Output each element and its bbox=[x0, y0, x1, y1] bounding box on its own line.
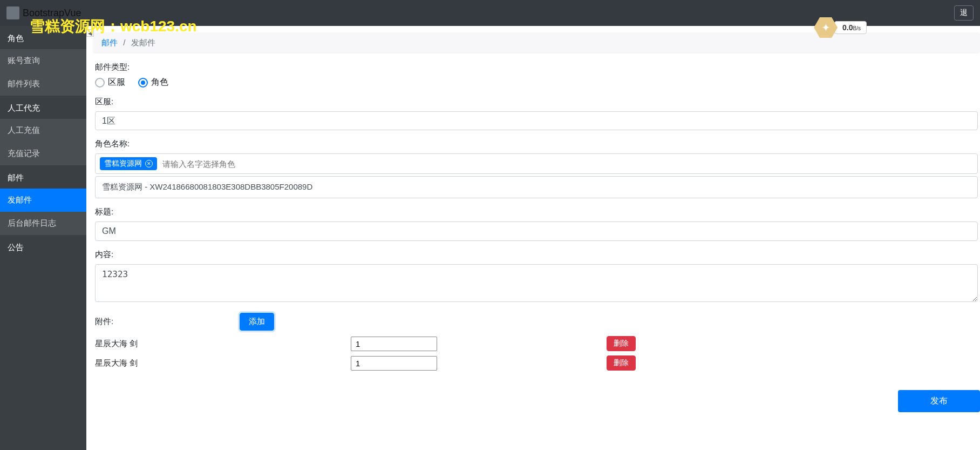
add-attachment-button[interactable]: 添加 bbox=[240, 313, 274, 331]
speed-value: 0.0 bbox=[842, 23, 853, 32]
sidebar-item-account-query[interactable]: 账号查询 bbox=[0, 49, 86, 72]
sidebar-item-mail[interactable]: 邮件 bbox=[0, 165, 86, 189]
mail-type-radio-region[interactable]: 区服 bbox=[95, 77, 125, 88]
sidebar-item-mail-list[interactable]: 邮件列表 bbox=[0, 72, 86, 96]
attachment-name: 星辰大海 剑 bbox=[95, 339, 349, 349]
radio-icon bbox=[138, 78, 148, 88]
brand-title: BootstrapVue bbox=[23, 8, 81, 19]
region-label: 区服: bbox=[95, 97, 978, 107]
content-textarea[interactable] bbox=[95, 264, 978, 302]
sidebar-item-manual-topup[interactable]: 人工代充 bbox=[0, 96, 86, 119]
breadcrumb-separator: / bbox=[123, 38, 125, 47]
bird-hexagon-icon: ✦ bbox=[814, 17, 838, 38]
mail-type-label: 邮件类型: bbox=[95, 62, 978, 72]
breadcrumb-parent-link[interactable]: 邮件 bbox=[101, 38, 118, 47]
sidebar-item-recharge-log[interactable]: 充值记录 bbox=[0, 142, 86, 165]
attachment-row: 星辰大海 剑 删除 bbox=[95, 355, 978, 371]
delete-attachment-button[interactable]: 删除 bbox=[607, 336, 636, 351]
role-tag-input[interactable]: 雪糕资源网 ✕ bbox=[95, 153, 978, 174]
tag-remove-icon[interactable]: ✕ bbox=[145, 160, 153, 167]
sidebar-item-send-mail[interactable]: 发邮件 bbox=[0, 189, 86, 212]
navbar-brand: BootstrapVue bbox=[6, 6, 81, 19]
title-input[interactable] bbox=[95, 221, 978, 241]
mail-type-radio-role[interactable]: 角色 bbox=[138, 77, 168, 88]
mail-type-radio-group: 区服 角色 bbox=[95, 77, 978, 88]
sidebar: 角色 账号查询 邮件列表 人工代充 人工充值 充值记录 邮件 发邮件 后台邮件日… bbox=[0, 26, 86, 450]
role-search-result[interactable]: 雪糕资源网 - XW24186680081803E308DBB3805F2008… bbox=[95, 176, 978, 198]
delete-attachment-button[interactable]: 删除 bbox=[607, 355, 636, 371]
brand-logo-icon bbox=[6, 6, 19, 19]
network-speed-badge: ✦ 0.0B/s bbox=[814, 17, 867, 38]
sidebar-item-mail-log[interactable]: 后台邮件日志 bbox=[0, 212, 86, 235]
logout-button[interactable]: 退 bbox=[954, 5, 974, 21]
attachment-label: 附件: bbox=[95, 317, 113, 327]
region-select[interactable]: 1区 bbox=[95, 111, 978, 130]
role-tag: 雪糕资源网 ✕ bbox=[100, 157, 157, 170]
publish-button[interactable]: 发布 bbox=[898, 390, 980, 412]
main-content: 邮件 / 发邮件 邮件类型: 区服 角色 bbox=[86, 26, 980, 450]
sidebar-item-manual-recharge[interactable]: 人工充值 bbox=[0, 119, 86, 142]
sidebar-collapse-toggle[interactable]: ◀ bbox=[86, 29, 94, 37]
radio-label: 角色 bbox=[151, 77, 168, 88]
attachment-qty-input[interactable] bbox=[351, 337, 437, 351]
role-name-label: 角色名称: bbox=[95, 139, 978, 149]
radio-dot-icon bbox=[141, 80, 145, 85]
speed-value-box: 0.0B/s bbox=[834, 21, 867, 34]
breadcrumb-current: 发邮件 bbox=[131, 38, 155, 47]
bird-icon: ✦ bbox=[821, 21, 831, 34]
content-label: 内容: bbox=[95, 250, 978, 260]
title-label: 标题: bbox=[95, 207, 978, 217]
role-tag-text: 雪糕资源网 bbox=[104, 159, 142, 169]
speed-unit: B/s bbox=[853, 25, 861, 31]
radio-icon bbox=[95, 78, 105, 88]
sidebar-item-role[interactable]: 角色 bbox=[0, 26, 86, 49]
attachment-name: 星辰大海 剑 bbox=[95, 358, 349, 368]
sidebar-item-announce[interactable]: 公告 bbox=[0, 235, 86, 258]
attachment-qty-input[interactable] bbox=[351, 356, 437, 371]
radio-label: 区服 bbox=[108, 77, 125, 88]
attachment-row: 星辰大海 剑 删除 bbox=[95, 336, 978, 351]
role-search-input[interactable] bbox=[161, 158, 973, 170]
